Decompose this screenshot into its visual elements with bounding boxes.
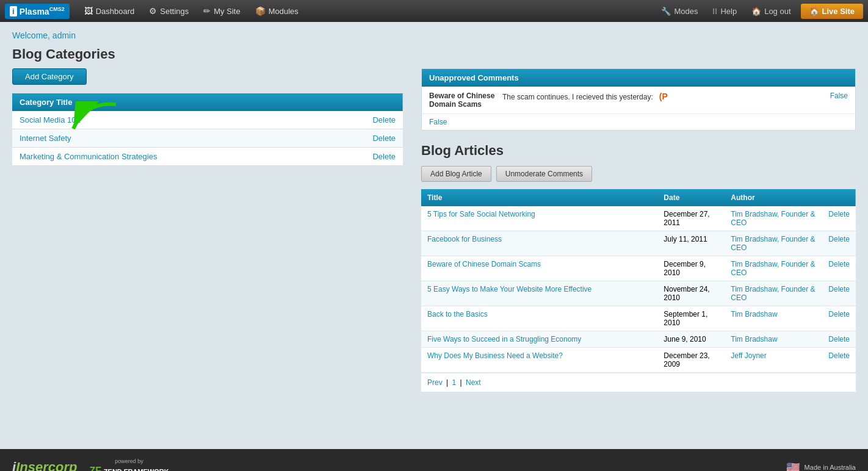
main-content: Welcome, admin Blog Categories Add Categ… [0, 22, 868, 449]
page-separator-2: | [460, 378, 464, 387]
article-author[interactable]: Tim Bradshaw [725, 306, 822, 331]
mysite-icon: ✏ [203, 6, 211, 16]
comment-false-action[interactable]: False [830, 92, 848, 109]
live-site-icon: 🏠 [809, 7, 819, 16]
comment-source: Beware of Chinese Domain Scams [429, 92, 496, 109]
blog-articles-title: Blog Articles [421, 143, 856, 159]
article-title[interactable]: Five Ways to Succeed in a Struggling Eco… [421, 331, 657, 348]
unmoderate-comments-button[interactable]: Unmoderate Comments [496, 166, 592, 182]
comment-text: The scam continues. I recieved this yest… [502, 92, 824, 109]
page-1[interactable]: 1 [452, 378, 456, 387]
category-row: Internet Safety Delete [12, 129, 403, 148]
article-title[interactable]: 5 Easy Ways to Make Your Website More Ef… [421, 281, 657, 306]
nav-settings[interactable]: ⚙ Settings [142, 2, 196, 20]
blog-action-header [822, 189, 856, 206]
category-table: Category Title Social Media 101 Delete I… [12, 93, 403, 166]
article-author[interactable]: Tim Bradshaw, Founder & CEO [725, 256, 822, 281]
nav-help-label: Help [720, 7, 737, 16]
nav-modules[interactable]: 📦 Modules [248, 2, 306, 20]
logo[interactable]: i PlasmaCMS2 [5, 4, 70, 19]
blog-article-row: Back to the Basics September 1, 2010 Tim… [421, 306, 856, 331]
article-date: July 11, 2011 [657, 231, 725, 256]
live-site-button[interactable]: 🏠 Live Site [801, 4, 863, 19]
us-flag-icon: 🇺🇸 [786, 461, 800, 471]
footer-left: iInsercorp powered by ZF ZEND FRAMEWORK [12, 458, 169, 471]
page-separator: | [446, 378, 450, 387]
nav-settings-label: Settings [160, 7, 189, 16]
nav-modes-label: Modes [674, 7, 698, 16]
help-icon: ⁞⁞ [712, 7, 717, 16]
blog-article-row: Facebook for Business July 11, 2011 Tim … [421, 231, 856, 256]
blog-article-row: 5 Tips for Safe Social Networking Decemb… [421, 206, 856, 231]
nav-logout[interactable]: 🏠 Log out [744, 3, 798, 20]
article-delete[interactable]: Delete [822, 231, 856, 256]
category-row: Marketing & Communication Strategies Del… [12, 148, 403, 166]
footer-right: 🇺🇸 Made in Australia [786, 461, 856, 471]
comment-highlight: (P [659, 92, 668, 101]
article-delete[interactable]: Delete [822, 281, 856, 306]
welcome-text: Welcome, admin [12, 31, 856, 40]
blog-article-row: 5 Easy Ways to Make Your Website More Ef… [421, 281, 856, 306]
article-title[interactable]: Back to the Basics [421, 306, 657, 331]
dashboard-icon: 🖼 [84, 6, 93, 16]
category-row: Social Media 101 Delete [12, 111, 403, 129]
content-area: Add Category Category Title Social Media… [12, 68, 856, 392]
category-title-header: Category Title [12, 93, 325, 111]
article-delete[interactable]: Delete [822, 306, 856, 331]
comment-false-link[interactable]: False [422, 114, 855, 130]
nav-modules-label: Modules [269, 7, 298, 16]
nav-modes[interactable]: 🔧 Modes [654, 3, 705, 20]
category-action-header [325, 93, 403, 111]
prev-page[interactable]: Prev [427, 378, 443, 387]
article-author[interactable]: Jeff Joyner [725, 348, 822, 373]
article-delete[interactable]: Delete [822, 331, 856, 348]
page-title: Blog Categories [12, 46, 856, 62]
category-name[interactable]: Social Media 101 [12, 111, 325, 129]
logo-i: i [10, 6, 17, 16]
article-title[interactable]: Why Does My Business Need a Website? [421, 348, 657, 373]
article-date: December 27, 2011 [657, 206, 725, 231]
article-date: December 23, 2009 [657, 348, 725, 373]
category-delete[interactable]: Delete [325, 148, 403, 166]
unapproved-comments-header: Unapproved Comments [422, 69, 855, 87]
category-name[interactable]: Internet Safety [12, 129, 325, 148]
nav-dashboard-label: Dashboard [96, 7, 135, 16]
insercorp-name: Insercorp [16, 459, 77, 471]
right-panel: Unapproved Comments Beware of Chinese Do… [421, 68, 856, 392]
modules-icon: 📦 [255, 6, 266, 16]
add-category-button[interactable]: Add Category [12, 68, 87, 85]
blog-action-buttons: Add Blog Article Unmoderate Comments [421, 166, 856, 182]
logo-brand: PlasmaCMS2 [20, 6, 65, 16]
article-title[interactable]: Beware of Chinese Domain Scams [421, 256, 657, 281]
article-delete[interactable]: Delete [822, 348, 856, 373]
footer: iInsercorp powered by ZF ZEND FRAMEWORK … [0, 449, 868, 471]
nav-logout-label: Log out [764, 7, 790, 16]
blog-title-header: Title [421, 189, 657, 206]
article-title[interactable]: Facebook for Business [421, 231, 657, 256]
nav-help[interactable]: ⁞⁞ Help [705, 3, 744, 20]
comment-row: Beware of Chinese Domain Scams The scam … [422, 87, 855, 114]
modes-icon: 🔧 [661, 7, 671, 16]
nav-dashboard[interactable]: 🖼 Dashboard [77, 2, 142, 20]
pagination: Prev | 1 | Next [421, 373, 856, 392]
powered-by-text: powered by [115, 458, 143, 464]
nav-mysite[interactable]: ✏ My Site [196, 2, 247, 20]
unapproved-comments-section: Unapproved Comments Beware of Chinese Do… [421, 68, 856, 131]
top-navigation: i PlasmaCMS2 🖼 Dashboard ⚙ Settings ✏ My… [0, 0, 868, 22]
blog-article-row: Why Does My Business Need a Website? Dec… [421, 348, 856, 373]
article-author[interactable]: Tim Bradshaw [725, 331, 822, 348]
article-author[interactable]: Tim Bradshaw, Founder & CEO [725, 206, 822, 231]
article-author[interactable]: Tim Bradshaw, Founder & CEO [725, 231, 822, 256]
article-delete[interactable]: Delete [822, 206, 856, 231]
logout-icon: 🏠 [751, 7, 761, 16]
article-delete[interactable]: Delete [822, 256, 856, 281]
next-page[interactable]: Next [466, 378, 481, 387]
category-delete[interactable]: Delete [325, 129, 403, 148]
add-blog-article-button[interactable]: Add Blog Article [421, 166, 491, 182]
article-date: June 9, 2010 [657, 331, 725, 348]
article-author[interactable]: Tim Bradshaw, Founder & CEO [725, 281, 822, 306]
category-name[interactable]: Marketing & Communication Strategies [12, 148, 325, 166]
article-title[interactable]: 5 Tips for Safe Social Networking [421, 206, 657, 231]
nav-items: 🖼 Dashboard ⚙ Settings ✏ My Site 📦 Modul… [77, 2, 654, 20]
category-delete[interactable]: Delete [325, 111, 403, 129]
